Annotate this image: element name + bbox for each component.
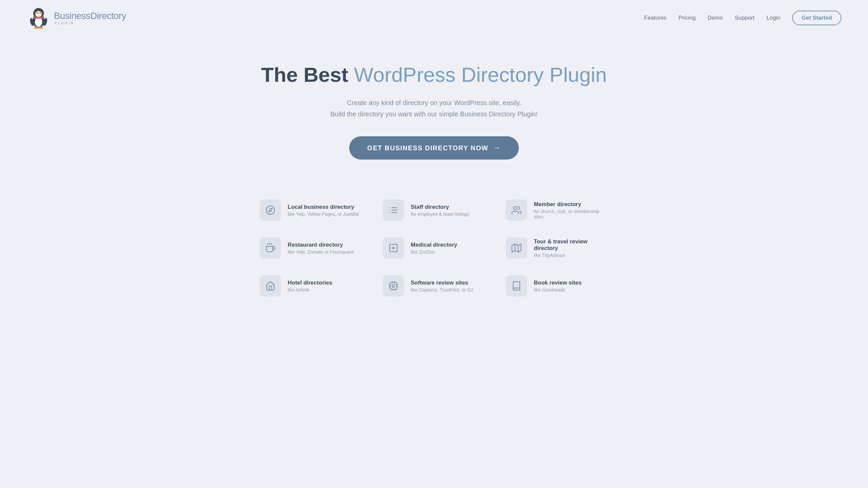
svg-rect-16 [33, 17, 44, 19]
logo-sub-text: PLUGIN [54, 21, 126, 25]
list-item: Tour & travel review directory like Trip… [500, 231, 614, 265]
main-nav: Features Pricing Demo Support Login Get … [644, 11, 841, 25]
cta-arrow-icon: → [493, 143, 501, 152]
list-icon [389, 205, 398, 215]
logo-text: BusinessDirectory PLUGIN [54, 11, 126, 25]
dir-item-subtitle: for church, club, or membership sites [534, 209, 608, 219]
map-icon-wrap [506, 237, 527, 259]
hero-subtitle: Create any kind of directory on your Wor… [7, 97, 861, 120]
dir-item-subtitle: like Airbnb [288, 287, 332, 293]
svg-point-6 [37, 13, 38, 13]
book-icon [512, 281, 522, 291]
cpu-icon-wrap [383, 275, 404, 296]
list-icon-wrap [383, 199, 404, 221]
dir-item-subtitle: like Yelp, Zomato or Foursquare [288, 249, 353, 255]
home-icon-wrap [260, 275, 281, 296]
svg-marker-18 [269, 208, 272, 212]
list-item: Restaurant directory like Yelp, Zomato o… [254, 231, 368, 265]
dir-item-subtitle: like Yelp, Yellow Pages, or Justdial [288, 212, 359, 217]
dir-item-title: Staff directory [411, 204, 469, 210]
people-icon [512, 205, 522, 215]
svg-marker-32 [512, 244, 521, 252]
svg-point-13 [38, 27, 43, 29]
coffee-icon [266, 243, 275, 253]
logo-brand-name: BusinessDirectory [54, 11, 126, 21]
cpu-icon [389, 281, 398, 291]
hero-section: The Best WordPress Directory Plugin Crea… [0, 36, 868, 180]
list-item: Hotel directories like Airbnb [254, 269, 368, 303]
nav-login[interactable]: Login [767, 14, 780, 21]
dir-item-subtitle: like TripAdvisor [534, 253, 608, 258]
svg-point-17 [267, 206, 275, 215]
nav-features[interactable]: Features [644, 14, 666, 21]
dir-item-subtitle: like Goodreads [534, 287, 582, 293]
logo[interactable]: BusinessDirectory PLUGIN [27, 6, 126, 30]
list-item: Staff directory for employee & team list… [377, 193, 491, 227]
list-item: Local business directory like Yelp, Yell… [254, 193, 368, 227]
dir-item-title: Tour & travel review directory [534, 238, 608, 252]
home-icon [266, 281, 275, 291]
directory-grid: Local business directory like Yelp, Yell… [235, 193, 633, 303]
dir-item-subtitle: like Capterra, TrustPilot, or G2 [411, 287, 473, 293]
plus-square-icon [389, 243, 398, 253]
dir-item-title: Book review sites [534, 280, 582, 286]
dir-item-title: Software review sites [411, 280, 473, 286]
cta-button[interactable]: GET BUSINESS DIRECTORY NOW → [349, 136, 519, 160]
logo-penguin-icon [27, 6, 51, 30]
nav-demo[interactable]: Demo [708, 14, 723, 21]
compass-icon [266, 205, 275, 215]
nav-support[interactable]: Support [735, 14, 754, 21]
dir-item-title: Member directory [534, 201, 608, 208]
hero-title: The Best WordPress Directory Plugin [7, 63, 861, 87]
dir-item-title: Restaurant directory [288, 242, 353, 248]
dir-item-subtitle: like ZocDoc [411, 249, 457, 255]
dir-item-title: Hotel directories [288, 280, 332, 286]
dir-item-title: Local business directory [288, 204, 359, 210]
site-header: BusinessDirectory PLUGIN Features Pricin… [0, 0, 868, 36]
svg-rect-35 [390, 283, 397, 289]
svg-point-25 [514, 206, 517, 210]
people-icon-wrap [506, 199, 527, 221]
map-icon [512, 243, 522, 253]
nav-pricing[interactable]: Pricing [678, 14, 696, 21]
svg-point-12 [34, 27, 38, 29]
svg-point-7 [40, 13, 41, 13]
get-started-button[interactable]: Get Started [792, 11, 841, 25]
list-item: Medical directory like ZocDoc [377, 231, 491, 265]
plus-square-icon-wrap [383, 237, 404, 259]
dir-item-title: Medical directory [411, 242, 457, 248]
dir-item-subtitle: for employee & team listings [411, 212, 469, 217]
list-item: Book review sites like Goodreads [500, 269, 614, 303]
book-icon-wrap [506, 275, 527, 296]
list-item: Software review sites like Capterra, Tru… [377, 269, 491, 303]
compass-icon-wrap [260, 199, 281, 221]
list-item: Member directory for church, club, or me… [500, 193, 614, 227]
svg-rect-36 [392, 285, 395, 288]
coffee-icon-wrap [260, 237, 281, 259]
